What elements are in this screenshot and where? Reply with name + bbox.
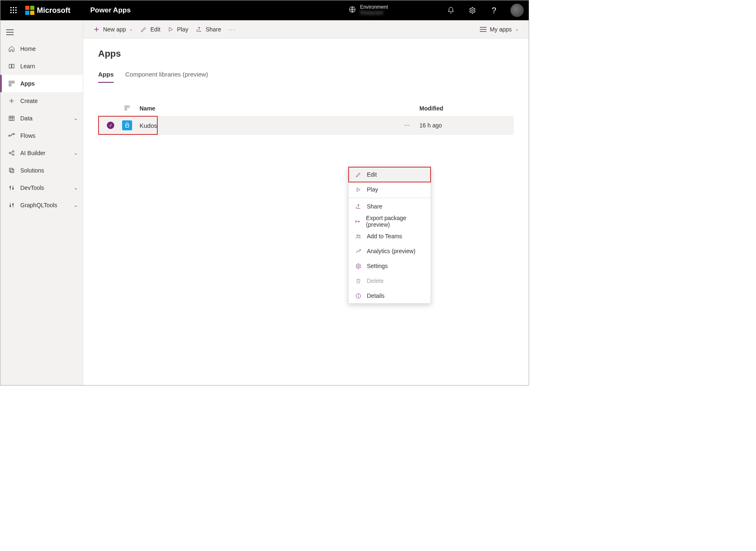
edit-button[interactable]: Edit: [140, 26, 160, 33]
analytics-icon: [354, 248, 362, 254]
column-name[interactable]: Name: [135, 105, 395, 112]
sidebar-item-label: Home: [20, 46, 36, 52]
main-content: New app ⌄ Edit Play Share ··· My: [83, 20, 529, 385]
user-avatar[interactable]: [510, 4, 524, 17]
sidebar-item-devtools[interactable]: DevTools ⌄: [0, 179, 83, 196]
svg-point-35: [12, 188, 14, 189]
apptype-column-icon: [120, 105, 135, 112]
sidebar-item-aibuilder[interactable]: AI Builder ⌄: [0, 144, 83, 162]
menu-label: Edit: [367, 171, 377, 178]
environment-picker[interactable]: Environment Redacted: [349, 5, 388, 16]
svg-rect-48: [125, 108, 127, 110]
graphql-icon: [8, 202, 15, 208]
svg-rect-31: [10, 169, 14, 172]
menu-item-export[interactable]: Export package (preview): [349, 214, 431, 229]
svg-line-29: [11, 153, 13, 154]
svg-point-57: [358, 295, 359, 295]
menu-item-delete: Delete: [349, 273, 431, 288]
left-nav: Home Learn Apps Create Data ⌄ Flows AI B…: [0, 20, 83, 385]
sidebar-item-flows[interactable]: Flows: [0, 127, 83, 144]
share-icon: [354, 204, 362, 210]
svg-marker-42: [169, 27, 173, 31]
new-app-button[interactable]: New app ⌄: [93, 26, 133, 33]
svg-rect-0: [10, 7, 12, 8]
svg-rect-46: [125, 105, 127, 107]
app-name[interactable]: Kudos: [135, 122, 395, 129]
menu-item-settings[interactable]: Settings: [349, 259, 431, 273]
settings-button[interactable]: [467, 7, 477, 14]
notifications-button[interactable]: [446, 7, 456, 14]
content-tabs: Apps Component libraries (preview): [98, 71, 514, 83]
chevron-down-icon: ⌄: [515, 26, 519, 32]
menu-item-details[interactable]: Details: [349, 288, 431, 303]
more-commands-button[interactable]: ···: [229, 26, 236, 33]
tab-component-libraries[interactable]: Component libraries (preview): [125, 71, 208, 83]
menu-label: Settings: [367, 263, 388, 269]
table-row[interactable]: ✓ Kudos ··· 16 h ago: [98, 116, 514, 135]
sidebar-item-home[interactable]: Home: [0, 40, 83, 57]
svg-point-10: [472, 10, 474, 12]
menu-item-edit[interactable]: Edit: [349, 167, 431, 182]
svg-point-39: [12, 204, 14, 205]
app-launcher-button[interactable]: [4, 7, 24, 14]
row-more-button[interactable]: ···: [395, 122, 419, 129]
table-icon: [8, 115, 15, 122]
view-selector[interactable]: My apps ⌄: [480, 26, 519, 33]
sidebar-item-apps[interactable]: Apps: [0, 75, 83, 92]
global-header: Microsoft Power Apps Environment Redacte…: [0, 0, 529, 20]
menu-label: Delete: [367, 278, 383, 284]
chevron-down-icon: ⌄: [74, 150, 78, 156]
svg-rect-15: [12, 81, 14, 83]
page-title: Apps: [98, 48, 514, 59]
menu-label: Details: [367, 292, 385, 299]
play-icon: [168, 26, 173, 32]
svg-rect-24: [13, 134, 14, 135]
svg-rect-47: [128, 105, 129, 107]
sidebar-item-data[interactable]: Data ⌄: [0, 110, 83, 127]
svg-rect-7: [13, 12, 14, 13]
sidebar-item-graphqltools[interactable]: GraphQLTools ⌄: [0, 196, 83, 214]
share-button[interactable]: Share: [196, 26, 221, 33]
globe-icon: [349, 6, 356, 15]
flow-icon: [8, 132, 15, 139]
play-button[interactable]: Play: [168, 26, 188, 33]
menu-item-add-to-teams[interactable]: Add to Teams: [349, 229, 431, 244]
book-icon: [8, 63, 15, 69]
svg-point-38: [10, 206, 11, 207]
share-icon: [196, 26, 202, 33]
help-button[interactable]: ?: [489, 6, 499, 15]
menu-item-play[interactable]: Play: [349, 182, 431, 197]
info-icon: [354, 293, 362, 299]
svg-rect-23: [9, 135, 10, 137]
cmd-label: New app: [103, 26, 126, 33]
svg-point-53: [359, 235, 360, 236]
pencil-icon: [354, 172, 362, 178]
plus-icon: [93, 26, 100, 33]
row-selected-icon[interactable]: ✓: [107, 122, 114, 129]
sidebar-item-create[interactable]: Create: [0, 92, 83, 110]
sidebar-item-label: AI Builder: [20, 150, 46, 156]
svg-point-52: [356, 235, 358, 236]
svg-rect-1: [13, 7, 14, 8]
tab-apps[interactable]: Apps: [98, 71, 114, 83]
sidebar-item-solutions[interactable]: Solutions: [0, 162, 83, 179]
environment-value: Redacted: [360, 10, 388, 16]
command-bar: New app ⌄ Edit Play Share ··· My: [83, 20, 529, 38]
menu-item-analytics[interactable]: Analytics (preview): [349, 244, 431, 259]
menu-label: Play: [367, 186, 378, 193]
solution-icon: [8, 167, 15, 174]
play-icon: [354, 187, 362, 192]
sidebar-item-learn[interactable]: Learn: [0, 57, 83, 75]
svg-marker-49: [357, 188, 360, 192]
menu-item-share[interactable]: Share: [349, 199, 431, 214]
svg-point-25: [9, 152, 11, 154]
svg-rect-14: [9, 81, 11, 83]
export-icon: [354, 218, 361, 225]
microsoft-logo: Microsoft: [25, 6, 70, 15]
devtools-icon: [8, 184, 15, 191]
app-context-menu: Edit Play Share Export package (preview): [348, 167, 431, 304]
app-tile-icon: [122, 120, 132, 130]
column-modified[interactable]: Modified: [419, 105, 510, 112]
cmd-label: Play: [177, 26, 188, 33]
collapse-nav-button[interactable]: [0, 24, 83, 40]
